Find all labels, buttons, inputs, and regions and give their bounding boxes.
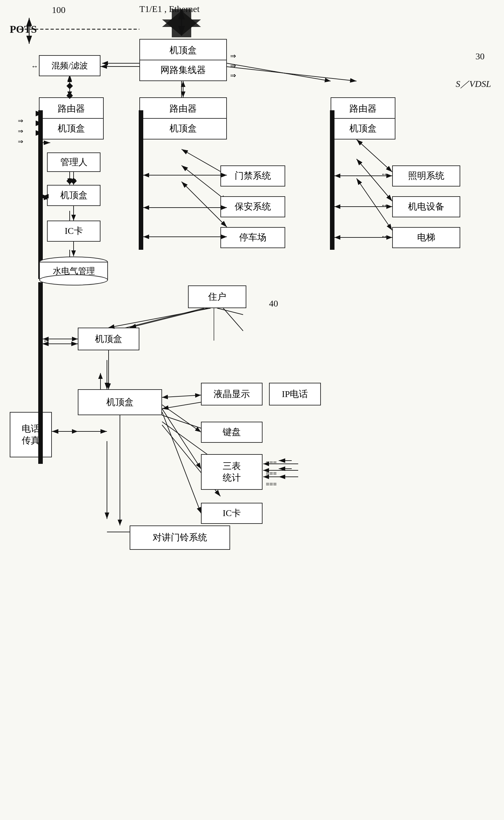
svdsl-label: S／VDSL xyxy=(456,78,491,90)
thick-bar-right xyxy=(330,110,334,250)
sanbiao-box: 三表 统计 xyxy=(201,454,263,490)
ref40-label: 40 xyxy=(269,299,278,309)
jidinghe2-label: 机顶盒 xyxy=(170,122,197,135)
thick-bar-center xyxy=(139,110,143,250)
sanbiao-label: 三表 统计 xyxy=(223,460,241,484)
guanli-label: 管理人 xyxy=(60,156,88,168)
duijiang-box: 对讲门铃系统 xyxy=(130,525,230,550)
dianti-left-arrow: ↔ xyxy=(381,232,388,241)
luyouqi3-label: 路由器 xyxy=(349,102,377,115)
jianpan-label: 键盘 xyxy=(223,426,241,438)
jidinghe4-label: 机顶盒 xyxy=(60,189,88,201)
diagram-container: 100 T1/E1 , Ethernet POTS 30 S／VDSL 40 机… xyxy=(0,0,504,820)
ref30-label: 30 xyxy=(475,51,485,62)
jidinghe3-label: 机顶盒 xyxy=(349,122,377,135)
box-luyouqi1-jidinghe1: 路由器 机顶盒 xyxy=(39,97,104,139)
duijiang-label: 对讲门铃系统 xyxy=(153,532,207,543)
jiandian-box: 机电设备 xyxy=(392,196,460,217)
shuidianqi-box: 水电气管理 xyxy=(39,256,109,286)
dianti-label: 电梯 xyxy=(417,232,435,243)
zhuzhu-label: 住户 xyxy=(208,291,226,303)
svg-line-21 xyxy=(182,149,227,175)
menjin-label: 门禁系统 xyxy=(235,170,271,181)
thick-bar-left xyxy=(38,110,43,279)
wangluo-row: 网路集线器 xyxy=(140,62,226,78)
svg-line-25 xyxy=(357,159,392,201)
wangluo-label: 网路集线器 xyxy=(160,64,206,76)
hunpin-label: 混频/滤波 xyxy=(52,60,88,71)
jianpan-box: 键盘 xyxy=(201,422,263,443)
svg-line-23 xyxy=(182,181,227,227)
network-label: T1/E1 , Ethernet xyxy=(139,4,200,14)
dianti-box: 电梯 xyxy=(392,227,460,248)
ip-dianhua-box: IP电话 xyxy=(269,383,321,405)
jidinghe5-label: 机顶盒 xyxy=(95,333,122,345)
ic-ka1-label: IC卡 xyxy=(65,225,83,237)
zhuzhu-box: 住户 xyxy=(188,286,246,308)
luyouqi2-label: 路由器 xyxy=(170,102,197,115)
guanli-box: 管理人 xyxy=(47,152,100,172)
svg-marker-67 xyxy=(70,178,77,184)
baoan-box: 保安系统 xyxy=(220,196,285,217)
ic-ka1-box: IC卡 xyxy=(47,221,100,242)
jiandian-left-arrow: ↔ xyxy=(381,201,388,210)
svg-line-59 xyxy=(227,63,331,81)
sanbiao-input-lines: ≡≡≡ ≡≡≡ ≡≡≡ xyxy=(266,459,277,488)
box-luyouqi3-jidinghe3: 路由器 机顶盒 xyxy=(331,97,395,139)
ip-dianhua-label: IP电话 xyxy=(282,388,308,400)
jidinghe-top-row: 机顶盒 xyxy=(140,42,226,58)
svg-line-71 xyxy=(109,308,211,328)
jidinghe5-left-arrow: ↔ xyxy=(43,337,50,345)
svg-line-22 xyxy=(182,165,227,201)
jidinghe6-label: 机顶盒 xyxy=(106,396,134,408)
svg-line-79 xyxy=(162,412,201,513)
svg-marker-6 xyxy=(162,11,201,37)
zhaoming-box: 照明系统 xyxy=(392,165,460,186)
svg-marker-17 xyxy=(66,178,73,184)
jidinghe5-box: 机顶盒 xyxy=(78,328,139,350)
right-arrows-top: ⇒ ⇒ ⇒ xyxy=(230,52,236,80)
zhaoming-left-arrow: ↔ xyxy=(381,170,388,178)
hunpin-box: 混频/滤波 xyxy=(39,55,100,76)
ic-ka2-box: IC卡 xyxy=(201,503,263,524)
dianhua-fax-label: 电话 传真 xyxy=(22,423,40,447)
top-box-double: 机顶盒 网路集线器 xyxy=(139,39,227,81)
svg-line-11 xyxy=(225,66,357,81)
tingchechang-label: 停车场 xyxy=(239,232,266,243)
thick-bar-left-lower xyxy=(38,282,43,392)
svg-line-76 xyxy=(162,395,201,397)
menjin-box: 门禁系统 xyxy=(220,165,285,186)
thick-bar-lower2 xyxy=(38,389,43,464)
left-bar-arrows-top: ⇒ ⇒ ⇒ xyxy=(18,117,23,145)
pots-label: POTS xyxy=(10,23,37,35)
jidinghe-top-label: 机顶盒 xyxy=(170,44,197,56)
hunpin-left-arrow: ↔ xyxy=(31,62,38,71)
baoan-label: 保安系统 xyxy=(235,201,271,213)
shuidianqi-label: 水电气管理 xyxy=(39,265,109,277)
luyouqi1-label: 路由器 xyxy=(58,102,85,115)
svg-line-28 xyxy=(220,305,243,331)
svg-marker-51 xyxy=(66,83,73,89)
svg-line-47 xyxy=(217,308,243,315)
yejin-box: 液晶显示 xyxy=(201,383,263,405)
yejin-label: 液晶显示 xyxy=(214,388,250,400)
jiandian-label: 机电设备 xyxy=(408,201,444,213)
jidinghe6-box: 机顶盒 xyxy=(78,389,162,415)
svg-line-27 xyxy=(130,305,220,328)
box-luyouqi2-jidinghe2: 路由器 机顶盒 xyxy=(139,97,227,139)
svg-line-24 xyxy=(357,139,392,172)
ic-ka2-label: IC卡 xyxy=(223,507,241,519)
svg-line-77 xyxy=(162,405,201,432)
jidinghe1-label: 机顶盒 xyxy=(58,122,85,135)
zhaoming-label: 照明系统 xyxy=(408,170,444,181)
dianhua-fax-box: 电话 传真 xyxy=(10,412,52,457)
svg-line-78 xyxy=(162,409,201,469)
tingchechang-box: 停车场 xyxy=(220,227,285,248)
jidinghe4-box: 机顶盒 xyxy=(47,185,100,206)
ref100-label: 100 xyxy=(52,5,65,15)
